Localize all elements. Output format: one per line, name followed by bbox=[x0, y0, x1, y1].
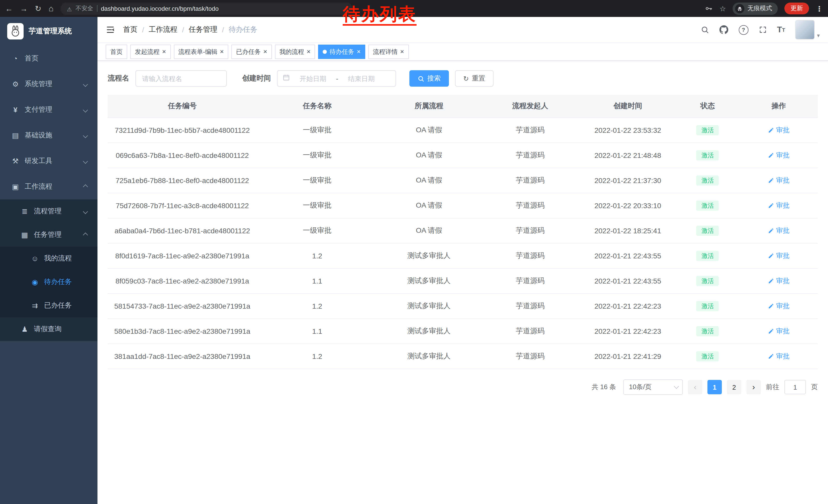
tab-done-tasks[interactable]: 已办任务 bbox=[232, 45, 272, 59]
breadcrumb-workflow[interactable]: 工作流程 bbox=[149, 25, 177, 34]
page-size-value: 10条/页 bbox=[629, 382, 652, 392]
tab-todo-tasks[interactable]: 待办任务 bbox=[318, 45, 365, 59]
prev-page-button[interactable] bbox=[688, 380, 702, 394]
approve-button[interactable]: 审批 bbox=[768, 302, 790, 311]
cell-created: 2022-01-21 22:43:55 bbox=[580, 268, 676, 293]
col-actions: 操作 bbox=[740, 95, 818, 118]
approve-button[interactable]: 审批 bbox=[768, 352, 790, 361]
sidebar-logo[interactable]: 芋道管理系统 bbox=[0, 17, 97, 46]
user-menu[interactable] bbox=[795, 20, 820, 40]
table-row: 580e1b3d-7ac8-11ec-a9e2-a2380e71991a 1.1… bbox=[108, 319, 818, 344]
tab-close-icon[interactable] bbox=[162, 48, 166, 55]
tab-process-detail[interactable]: 流程详情 bbox=[368, 45, 409, 59]
sidebar-item-workflow[interactable]: 工作流程 bbox=[0, 174, 97, 199]
sidebar-item-label: 基础设施 bbox=[25, 131, 52, 140]
approve-label: 审批 bbox=[776, 126, 790, 135]
search-button[interactable]: 搜索 bbox=[409, 70, 449, 87]
approve-label: 审批 bbox=[776, 226, 790, 235]
tab-close-icon[interactable] bbox=[220, 48, 224, 55]
process-name-input[interactable] bbox=[135, 70, 227, 87]
tab-close-icon[interactable] bbox=[307, 48, 310, 55]
red-annotation: 待办列表 bbox=[343, 5, 417, 26]
address-bar[interactable]: 不安全 dashboard.yudao.iocoder.cn/bpm/task/… bbox=[61, 2, 353, 15]
incognito-label: 无痕模式 bbox=[747, 4, 772, 13]
tab-label: 首页 bbox=[110, 47, 123, 56]
chevron-up-icon bbox=[83, 232, 88, 237]
back-icon[interactable] bbox=[5, 5, 13, 12]
search-icon[interactable] bbox=[701, 26, 709, 34]
update-button[interactable]: 更新 bbox=[784, 3, 809, 14]
forward-icon[interactable] bbox=[20, 5, 28, 12]
tab-my-process[interactable]: 我的流程 bbox=[275, 45, 315, 59]
home-icon[interactable] bbox=[48, 4, 53, 12]
approve-button[interactable]: 审批 bbox=[768, 226, 790, 235]
chevron-down-icon bbox=[83, 133, 88, 138]
sidebar-item-devtools[interactable]: 研发工具 bbox=[0, 148, 97, 174]
fullscreen-icon[interactable] bbox=[758, 26, 767, 34]
sidebar-item-leave-query[interactable]: 请假查询 bbox=[0, 317, 97, 341]
approve-label: 审批 bbox=[776, 151, 790, 160]
breadcrumb-task-mgmt[interactable]: 任务管理 bbox=[189, 25, 217, 34]
page-size-select[interactable]: 10条/页 bbox=[623, 379, 683, 395]
reset-button[interactable]: 重置 bbox=[455, 70, 494, 87]
cell-process: OA 请假 bbox=[378, 218, 481, 243]
tab-close-icon[interactable] bbox=[263, 48, 267, 55]
sidebar-item-home[interactable]: 首页 bbox=[0, 46, 97, 71]
cell-task-name: 一级审批 bbox=[257, 143, 378, 168]
help-icon[interactable] bbox=[739, 25, 748, 35]
pagination: 共 16 条 10条/页 1 2 前往 页 bbox=[108, 379, 818, 395]
breadcrumb-separator: / bbox=[222, 26, 224, 34]
table-row: 75d72608-7b7f-11ec-a3c8-acde48001122 一级审… bbox=[108, 193, 818, 218]
sidebar-collapse-icon[interactable] bbox=[106, 25, 115, 34]
sidebar-item-label: 流程管理 bbox=[34, 207, 61, 216]
sidebar-item-infra[interactable]: 基础设施 bbox=[0, 123, 97, 148]
incognito-badge: 无痕模式 bbox=[733, 2, 778, 15]
total-count: 共 16 条 bbox=[592, 382, 616, 392]
approve-button[interactable]: 审批 bbox=[768, 251, 790, 261]
date-range-picker[interactable]: - bbox=[277, 70, 396, 87]
sidebar-item-todo-tasks[interactable]: 待办任务 bbox=[0, 270, 97, 294]
sidebar-item-process-mgmt[interactable]: 流程管理 bbox=[0, 199, 97, 223]
table-row: a6aba0a4-7b6d-11ec-b781-acde48001122 一级审… bbox=[108, 218, 818, 243]
sidebar-item-payment[interactable]: 支付管理 bbox=[0, 97, 97, 123]
table-row: 8f0d1619-7ac8-11ec-a9e2-a2380e71991a 1.2… bbox=[108, 243, 818, 268]
page-button-2[interactable]: 2 bbox=[727, 380, 741, 394]
tabs-bar: 首页 发起流程 流程表单-编辑 已办任务 我的流程 bbox=[97, 43, 828, 61]
sidebar-item-label: 工作流程 bbox=[25, 182, 52, 191]
sidebar-item-done-tasks[interactable]: 已办任务 bbox=[0, 294, 97, 317]
tab-home[interactable]: 首页 bbox=[106, 45, 127, 59]
table-row: 58154733-7ac8-11ec-a9e2-a2380e71991a 1.2… bbox=[108, 293, 818, 319]
browser-chrome: 不安全 dashboard.yudao.iocoder.cn/bpm/task/… bbox=[0, 0, 828, 17]
sidebar-item-my-process[interactable]: 我的流程 bbox=[0, 246, 97, 270]
sidebar-item-task-mgmt[interactable]: 任务管理 bbox=[0, 223, 97, 246]
next-page-button[interactable] bbox=[746, 380, 761, 394]
app-root: 不安全 dashboard.yudao.iocoder.cn/bpm/task/… bbox=[0, 0, 828, 504]
tab-start-process[interactable]: 发起流程 bbox=[130, 45, 171, 59]
approve-button[interactable]: 审批 bbox=[768, 201, 790, 210]
cell-initiator: 芋道源码 bbox=[481, 268, 580, 293]
page-button-1[interactable]: 1 bbox=[707, 380, 722, 394]
reload-icon[interactable] bbox=[35, 5, 41, 12]
star-icon[interactable] bbox=[719, 4, 726, 13]
approve-button[interactable]: 审批 bbox=[768, 327, 790, 336]
tab-close-icon[interactable] bbox=[400, 48, 404, 55]
goto-page-input[interactable] bbox=[784, 380, 806, 394]
sidebar-item-system[interactable]: 系统管理 bbox=[0, 71, 97, 97]
github-icon[interactable] bbox=[719, 25, 728, 34]
tab-label: 发起流程 bbox=[135, 47, 160, 56]
chevron-down-icon bbox=[674, 384, 679, 389]
breadcrumb-home[interactable]: 首页 bbox=[123, 25, 137, 34]
logo-bunny-icon bbox=[7, 23, 24, 40]
tab-process-form-edit[interactable]: 流程表单-编辑 bbox=[174, 45, 228, 59]
end-date-input[interactable] bbox=[341, 74, 381, 83]
key-icon[interactable] bbox=[705, 5, 713, 12]
more-icon[interactable] bbox=[816, 4, 823, 13]
approve-button[interactable]: 审批 bbox=[768, 126, 790, 135]
approve-button[interactable]: 审批 bbox=[768, 276, 790, 286]
approve-button[interactable]: 审批 bbox=[768, 151, 790, 160]
approve-button[interactable]: 审批 bbox=[768, 176, 790, 185]
cell-process: OA 请假 bbox=[378, 168, 481, 193]
start-date-input[interactable] bbox=[293, 74, 333, 83]
font-size-icon[interactable] bbox=[777, 25, 785, 34]
tab-close-icon[interactable] bbox=[357, 48, 361, 55]
